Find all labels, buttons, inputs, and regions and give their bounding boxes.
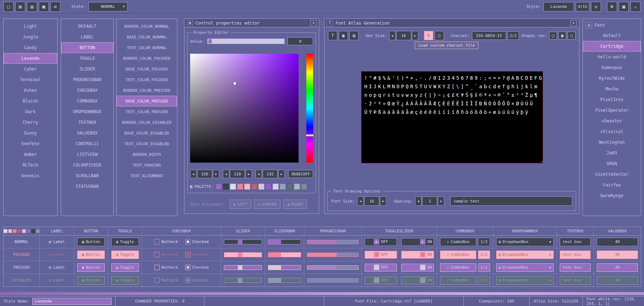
example-toggleslider-off[interactable]: ◧ OFF [365,251,397,259]
spinner-right-button[interactable]: ▶ [213,170,219,178]
shapes-rec-toggle-c[interactable]: ▢ [568,32,575,39]
property-list-item[interactable]: BORDER_COLOR_NORMAL [117,21,177,32]
align-center-button[interactable]: ◫ CENTER [254,200,280,209]
spacing-value[interactable]: 1 [422,196,437,206]
screen-size-button[interactable]: ⊞ [607,2,617,12]
toggleslider-handle[interactable]: ◧ [420,239,425,244]
combobox-counter[interactable]: 1/2 [478,250,490,259]
property-list-item[interactable]: TEXT_COLOR_FOCUSED [117,74,177,85]
atlas-export-button[interactable]: ▤ [349,31,359,40]
style-list-item[interactable]: Light [4,21,57,32]
align-right-button[interactable]: ◨ RIGHT [283,200,307,209]
property-list-item[interactable]: BORDER_COLOR_PRESSED [117,85,177,96]
control-list-item[interactable]: CONTROL11 [61,138,113,149]
example-combobox[interactable]: ↕ ComboBox [440,276,476,285]
font-list-item[interactable]: v5loxical [583,126,641,137]
property-list-item[interactable]: TEXT_PADDING [117,160,177,170]
style-list-item[interactable]: Genesis [4,170,57,181]
example-checkbox-checked[interactable]: Checked [185,252,209,257]
checkbox-box-checked[interactable] [185,265,190,270]
example-textbox[interactable]: text box [560,238,591,246]
shapes-rec-toggle-a[interactable]: ▢ [549,32,557,39]
slider-handle[interactable] [238,253,242,257]
font-list-item[interactable]: PixelOperator [583,105,641,116]
spinner-left-button[interactable]: ◀ [357,196,364,206]
style-list-item[interactable]: Cyber [4,64,57,74]
example-sliderbar[interactable] [268,265,301,270]
close-button[interactable]: × [310,20,317,26]
font-type-button[interactable]: T [328,31,337,40]
hex-color-box[interactable]: 966EC0FF [288,170,313,178]
load-charset-button[interactable]: A [424,31,433,40]
control-list-item[interactable]: TOGGLE [61,53,113,64]
font-list-item[interactable]: Westington [583,137,641,148]
example-dropdownbox[interactable]: ▤ DropdownBox ▼ [496,250,554,259]
palette-swatch[interactable] [294,184,300,190]
toggleslider-handle[interactable]: ◧ [374,278,379,283]
font-list-item[interactable]: CozetteVector [583,169,641,180]
control-list-item[interactable]: COMBOBOX [61,96,113,106]
example-valuebox[interactable]: 40 [597,250,638,259]
example-dropdownbox[interactable]: ▤ DropdownBox ▼ [496,276,554,285]
property-list-item[interactable]: BASE_COLOR_DISABLED [117,128,177,138]
example-toggleslider-on[interactable]: ◧ ON [401,276,434,284]
font-list-item[interactable]: Cartridge [583,41,641,52]
color-picker[interactable] [190,54,299,163]
font-list-item[interactable]: OwreKynge [583,190,641,201]
toggleslider-handle[interactable]: ◧ [374,239,379,244]
new-style-button[interactable]: □ [4,2,14,12]
style-list-item[interactable]: Cherry [4,117,57,128]
control-list-item[interactable]: CHECKBOX [61,85,113,96]
palette-swatch[interactable] [273,184,279,190]
property-list-item[interactable]: BASE_COLOR_FOCUSED [117,64,177,74]
example-combobox[interactable]: ↕ ComboBox [440,238,476,246]
property-list-item[interactable]: BASE_COLOR_NORMAL [117,32,177,42]
charset-file-button[interactable]: ▢ [435,31,444,40]
example-valuebox[interactable]: 40 [597,238,638,246]
spinner-right-button[interactable]: ▶ [246,170,252,178]
example-button[interactable]: ▣ Button [77,250,105,259]
checkbox-box[interactable] [154,265,160,270]
value-box[interactable]: 0 [288,37,313,45]
example-button[interactable]: ▣ Button [77,238,105,246]
style-list-item[interactable]: Ashes [4,85,57,96]
controls-table-button[interactable]: ▦ [619,2,629,12]
red-value[interactable]: 150 [197,170,212,178]
palette-swatch[interactable] [223,184,229,190]
combobox-counter[interactable]: 1/2 [478,276,490,285]
font-list-item[interactable]: default [583,30,641,41]
example-checkbox-unchecked[interactable]: NoCheck [154,265,178,270]
toggleslider-handle[interactable]: ◧ [420,278,425,283]
example-textbox[interactable]: text box [560,250,591,259]
palette-swatch[interactable] [244,184,250,190]
property-list-item[interactable]: TEXT_ALIGNMENT [117,170,177,181]
checkbox-box-checked[interactable] [185,252,190,257]
example-toggleslider-on[interactable]: ◧ ON [401,264,434,271]
example-toggle[interactable]: ◨ Toggle [111,250,139,259]
font-list-item[interactable]: GMSN [583,158,641,169]
palette-swatch[interactable] [216,184,222,190]
example-toggleslider-off[interactable]: ◧ OFF [365,276,397,284]
toggleslider-handle[interactable]: ◧ [420,265,425,270]
example-slider[interactable] [224,239,262,244]
style-index-box[interactable]: 4/15 [576,2,589,11]
hue-bar[interactable] [306,54,313,163]
palette-swatch[interactable] [251,184,257,190]
font-size-value[interactable]: 16 [364,196,379,206]
example-toggleslider-on[interactable]: ◧ ON [401,251,434,259]
example-sliderbar[interactable] [268,278,301,283]
example-textbox[interactable]: text box [560,263,591,272]
example-textbox[interactable]: text box [560,276,591,285]
style-list-item[interactable]: Enefete [4,138,57,149]
spinner-right-button[interactable]: ▶ [438,196,444,206]
example-checkbox-checked[interactable]: Checked [185,278,209,283]
control-list-item[interactable]: STATUSBAR [61,181,113,192]
property-list-item[interactable]: BASE_COLOR_PRESSED [117,96,177,106]
toggleslider-handle[interactable]: ◧ [420,252,425,257]
font-list-item[interactable]: PixelIntv [583,94,641,105]
control-list-item[interactable]: BUTTON [61,42,113,53]
example-toggleslider-on[interactable]: ◧ ON [401,238,434,246]
state-dropdown[interactable]: NORMAL ▼ [88,2,128,11]
style-list-item[interactable]: Sunny [4,128,57,138]
spinner-left-button[interactable]: ◀ [223,170,229,178]
